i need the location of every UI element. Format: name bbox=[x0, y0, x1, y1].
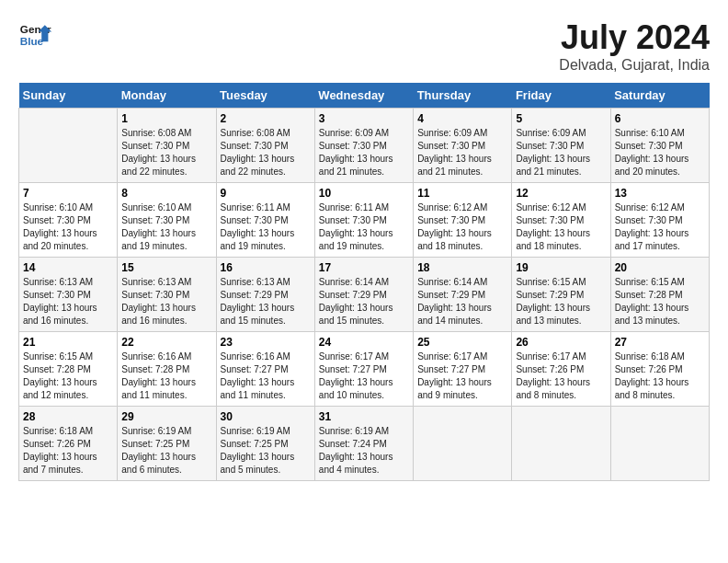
day-cell: 6Sunrise: 6:10 AM Sunset: 7:30 PM Daylig… bbox=[610, 109, 709, 183]
header-cell-thursday: Thursday bbox=[414, 83, 512, 109]
day-cell: 16Sunrise: 6:13 AM Sunset: 7:29 PM Dayli… bbox=[216, 258, 314, 332]
day-number: 26 bbox=[516, 336, 606, 349]
day-info: Sunrise: 6:19 AM Sunset: 7:24 PM Dayligh… bbox=[319, 425, 409, 477]
day-cell: 22Sunrise: 6:16 AM Sunset: 7:28 PM Dayli… bbox=[118, 332, 216, 407]
day-number: 20 bbox=[615, 261, 705, 274]
week-row-4: 21Sunrise: 6:15 AM Sunset: 7:28 PM Dayli… bbox=[19, 332, 710, 407]
day-number: 5 bbox=[516, 112, 606, 125]
day-number: 16 bbox=[221, 261, 311, 274]
day-cell: 4Sunrise: 6:09 AM Sunset: 7:30 PM Daylig… bbox=[414, 109, 512, 183]
day-info: Sunrise: 6:18 AM Sunset: 7:26 PM Dayligh… bbox=[615, 350, 705, 402]
day-cell: 21Sunrise: 6:15 AM Sunset: 7:28 PM Dayli… bbox=[19, 332, 118, 407]
header-cell-tuesday: Tuesday bbox=[216, 83, 314, 109]
subtitle: Delvada, Gujarat, India bbox=[559, 57, 710, 74]
day-cell: 19Sunrise: 6:15 AM Sunset: 7:29 PM Dayli… bbox=[512, 258, 610, 332]
day-cell: 14Sunrise: 6:13 AM Sunset: 7:30 PM Dayli… bbox=[19, 258, 118, 332]
header-cell-friday: Friday bbox=[512, 83, 610, 109]
day-number: 3 bbox=[319, 112, 409, 125]
day-cell: 10Sunrise: 6:11 AM Sunset: 7:30 PM Dayli… bbox=[314, 183, 413, 258]
day-cell: 29Sunrise: 6:19 AM Sunset: 7:25 PM Dayli… bbox=[118, 407, 216, 481]
day-number: 21 bbox=[23, 336, 113, 349]
day-number: 19 bbox=[516, 261, 606, 274]
day-number: 30 bbox=[221, 410, 311, 423]
day-info: Sunrise: 6:19 AM Sunset: 7:25 PM Dayligh… bbox=[121, 425, 211, 477]
day-info: Sunrise: 6:15 AM Sunset: 7:29 PM Dayligh… bbox=[516, 276, 606, 327]
day-cell: 28Sunrise: 6:18 AM Sunset: 7:26 PM Dayli… bbox=[19, 407, 118, 481]
page-header: General Blue July 2024 Delvada, Gujarat,… bbox=[18, 18, 710, 74]
svg-text:Blue: Blue bbox=[20, 35, 44, 47]
day-cell: 1Sunrise: 6:08 AM Sunset: 7:30 PM Daylig… bbox=[118, 109, 216, 183]
day-info: Sunrise: 6:14 AM Sunset: 7:29 PM Dayligh… bbox=[417, 276, 507, 327]
logo: General Blue bbox=[18, 18, 51, 52]
day-number: 12 bbox=[516, 187, 606, 200]
title-block: July 2024 Delvada, Gujarat, India bbox=[559, 18, 710, 74]
day-info: Sunrise: 6:19 AM Sunset: 7:25 PM Dayligh… bbox=[221, 425, 311, 477]
day-info: Sunrise: 6:09 AM Sunset: 7:30 PM Dayligh… bbox=[417, 127, 507, 178]
day-cell: 20Sunrise: 6:15 AM Sunset: 7:28 PM Dayli… bbox=[610, 258, 709, 332]
day-info: Sunrise: 6:17 AM Sunset: 7:26 PM Dayligh… bbox=[516, 350, 606, 402]
day-number: 14 bbox=[23, 261, 113, 274]
day-info: Sunrise: 6:16 AM Sunset: 7:27 PM Dayligh… bbox=[221, 350, 311, 402]
day-cell: 31Sunrise: 6:19 AM Sunset: 7:24 PM Dayli… bbox=[314, 407, 413, 481]
day-number: 9 bbox=[221, 187, 311, 200]
day-number: 15 bbox=[121, 261, 211, 274]
day-number: 1 bbox=[121, 112, 211, 125]
logo-icon: General Blue bbox=[18, 18, 51, 52]
day-info: Sunrise: 6:08 AM Sunset: 7:30 PM Dayligh… bbox=[221, 127, 311, 178]
calendar-table: SundayMondayTuesdayWednesdayThursdayFrid… bbox=[18, 83, 710, 481]
day-info: Sunrise: 6:17 AM Sunset: 7:27 PM Dayligh… bbox=[319, 350, 409, 402]
day-info: Sunrise: 6:15 AM Sunset: 7:28 PM Dayligh… bbox=[615, 276, 705, 327]
day-number: 10 bbox=[319, 187, 409, 200]
day-info: Sunrise: 6:12 AM Sunset: 7:30 PM Dayligh… bbox=[417, 201, 507, 253]
day-number: 25 bbox=[417, 336, 507, 349]
day-info: Sunrise: 6:17 AM Sunset: 7:27 PM Dayligh… bbox=[417, 350, 507, 402]
day-cell: 26Sunrise: 6:17 AM Sunset: 7:26 PM Dayli… bbox=[512, 332, 610, 407]
day-cell: 8Sunrise: 6:10 AM Sunset: 7:30 PM Daylig… bbox=[118, 183, 216, 258]
day-cell bbox=[19, 109, 118, 183]
day-cell: 25Sunrise: 6:17 AM Sunset: 7:27 PM Dayli… bbox=[414, 332, 512, 407]
day-info: Sunrise: 6:10 AM Sunset: 7:30 PM Dayligh… bbox=[121, 201, 211, 253]
day-cell: 11Sunrise: 6:12 AM Sunset: 7:30 PM Dayli… bbox=[414, 183, 512, 258]
day-info: Sunrise: 6:09 AM Sunset: 7:30 PM Dayligh… bbox=[319, 127, 409, 178]
day-info: Sunrise: 6:15 AM Sunset: 7:28 PM Dayligh… bbox=[23, 350, 113, 402]
day-cell: 17Sunrise: 6:14 AM Sunset: 7:29 PM Dayli… bbox=[314, 258, 413, 332]
day-number: 28 bbox=[23, 410, 113, 423]
header-row: SundayMondayTuesdayWednesdayThursdayFrid… bbox=[19, 83, 710, 109]
header-cell-monday: Monday bbox=[118, 83, 216, 109]
day-cell: 18Sunrise: 6:14 AM Sunset: 7:29 PM Dayli… bbox=[414, 258, 512, 332]
day-info: Sunrise: 6:14 AM Sunset: 7:29 PM Dayligh… bbox=[319, 276, 409, 327]
header-cell-sunday: Sunday bbox=[19, 83, 118, 109]
day-info: Sunrise: 6:09 AM Sunset: 7:30 PM Dayligh… bbox=[516, 127, 606, 178]
header-cell-wednesday: Wednesday bbox=[314, 83, 413, 109]
day-cell bbox=[512, 407, 610, 481]
day-number: 27 bbox=[615, 336, 705, 349]
day-number: 17 bbox=[319, 261, 409, 274]
day-info: Sunrise: 6:13 AM Sunset: 7:30 PM Dayligh… bbox=[23, 276, 113, 327]
day-cell: 9Sunrise: 6:11 AM Sunset: 7:30 PM Daylig… bbox=[216, 183, 314, 258]
day-number: 13 bbox=[615, 187, 705, 200]
day-cell: 7Sunrise: 6:10 AM Sunset: 7:30 PM Daylig… bbox=[19, 183, 118, 258]
day-cell: 15Sunrise: 6:13 AM Sunset: 7:30 PM Dayli… bbox=[118, 258, 216, 332]
day-info: Sunrise: 6:18 AM Sunset: 7:26 PM Dayligh… bbox=[23, 425, 113, 477]
day-info: Sunrise: 6:10 AM Sunset: 7:30 PM Dayligh… bbox=[23, 201, 113, 253]
day-number: 29 bbox=[121, 410, 211, 423]
day-info: Sunrise: 6:10 AM Sunset: 7:30 PM Dayligh… bbox=[615, 127, 705, 178]
day-info: Sunrise: 6:16 AM Sunset: 7:28 PM Dayligh… bbox=[121, 350, 211, 402]
day-cell: 12Sunrise: 6:12 AM Sunset: 7:30 PM Dayli… bbox=[512, 183, 610, 258]
day-number: 31 bbox=[319, 410, 409, 423]
day-cell bbox=[610, 407, 709, 481]
day-number: 23 bbox=[221, 336, 311, 349]
day-number: 11 bbox=[417, 187, 507, 200]
day-cell: 27Sunrise: 6:18 AM Sunset: 7:26 PM Dayli… bbox=[610, 332, 709, 407]
week-row-5: 28Sunrise: 6:18 AM Sunset: 7:26 PM Dayli… bbox=[19, 407, 710, 481]
day-number: 8 bbox=[121, 187, 211, 200]
day-number: 6 bbox=[615, 112, 705, 125]
header-cell-saturday: Saturday bbox=[610, 83, 709, 109]
day-number: 2 bbox=[221, 112, 311, 125]
main-title: July 2024 bbox=[559, 18, 710, 57]
day-cell bbox=[414, 407, 512, 481]
day-info: Sunrise: 6:08 AM Sunset: 7:30 PM Dayligh… bbox=[121, 127, 211, 178]
day-number: 22 bbox=[121, 336, 211, 349]
day-number: 18 bbox=[417, 261, 507, 274]
day-number: 7 bbox=[23, 187, 113, 200]
